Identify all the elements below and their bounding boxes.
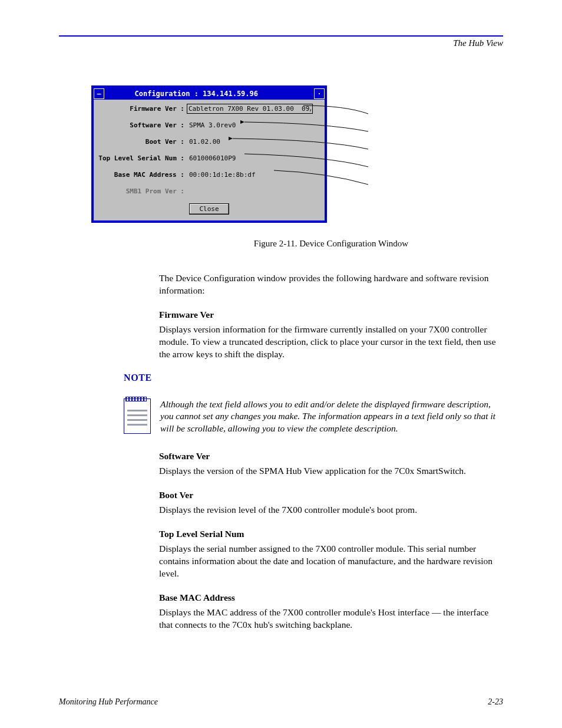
close-button[interactable]: Close — [189, 203, 229, 215]
label-smb1: SMB1 Prom Ver : — [98, 187, 187, 195]
value-boot: 01.02.00 — [187, 138, 220, 146]
heading-mac: Base MAC Address — [159, 592, 503, 604]
footer-page-number: 2-23 — [488, 697, 503, 707]
row-mac: Base MAC Address : 00:00:1d:1e:8b:df — [98, 169, 320, 180]
window-title: Configuration : 134.141.59.96 — [134, 90, 258, 98]
label-mac: Base MAC Address : — [98, 171, 187, 179]
label-software: Software Ver : — [98, 121, 187, 129]
value-mac: 00:00:1d:1e:8b:df — [187, 171, 256, 179]
intro-paragraph: The Device Configuration window provides… — [159, 272, 503, 297]
para-mac: Displays the MAC address of the 7X00 con… — [159, 607, 503, 631]
heading-boot: Boot Ver — [159, 489, 503, 502]
figure-caption: Figure 2-11. Device Configuration Window — [159, 239, 503, 249]
row-smb1: SMB1 Prom Ver : — [98, 186, 320, 196]
para-serial: Displays the serial number assigned to t… — [159, 543, 503, 580]
section-title: The Hub View — [453, 38, 503, 48]
note-block: Although the text field allows you to ed… — [124, 398, 503, 436]
value-serial: 6010006010P9 — [187, 154, 236, 162]
note-icon — [124, 398, 151, 434]
label-firmware: Firmware Ver : — [98, 105, 187, 113]
row-boot: Boot Ver : 01.02.00 — [98, 136, 320, 147]
page-header: The Hub View — [59, 35, 503, 53]
heading-serial: Top Level Serial Num — [159, 528, 503, 541]
para-boot: Displays the revision level of the 7X00 … — [159, 504, 503, 516]
window-body: Firmware Ver : Software Ver : SPMA 3.0re… — [94, 100, 325, 220]
minimize-icon[interactable]: · — [314, 88, 325, 99]
heading-firmware: Firmware Ver — [159, 309, 503, 321]
row-serial: Top Level Serial Num : 6010006010P9 — [98, 153, 320, 163]
row-software: Software Ver : SPMA 3.0rev0 — [98, 120, 320, 130]
row-firmware: Firmware Ver : — [98, 103, 320, 114]
label-serial: Top Level Serial Num : — [98, 154, 187, 162]
config-window: — Configuration : 134.141.59.96 · Firmwa… — [91, 85, 327, 223]
para-firmware: Displays version information for the fir… — [159, 324, 503, 361]
firmware-input[interactable] — [187, 104, 313, 114]
system-menu-icon[interactable]: — — [94, 88, 104, 99]
label-boot: Boot Ver : — [98, 138, 187, 146]
heading-software: Software Ver — [159, 450, 503, 463]
footer-left: Monitoring Hub Performance — [59, 697, 158, 707]
value-software: SPMA 3.0rev0 — [187, 121, 236, 129]
figure-config-window: — Configuration : 134.141.59.96 · Firmwa… — [91, 85, 351, 227]
note-label: NOTE — [124, 373, 503, 383]
para-software: Displays the version of the SPMA Hub Vie… — [159, 465, 503, 477]
note-text: Although the text field allows you to ed… — [160, 398, 503, 436]
window-titlebar[interactable]: — Configuration : 134.141.59.96 · — [94, 88, 325, 100]
page-footer: Monitoring Hub Performance 2-23 — [59, 697, 503, 707]
